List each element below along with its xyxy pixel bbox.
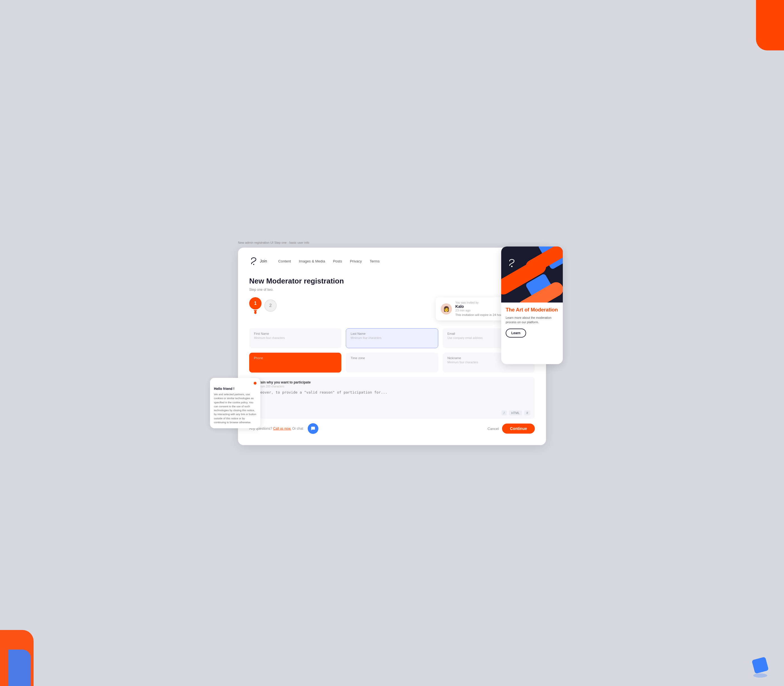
right-card-logo	[507, 258, 517, 269]
first-name-input[interactable]	[254, 340, 337, 344]
cookie-card: Hello friend ! We and selected partners,…	[210, 378, 261, 428]
first-name-field: First Name Minimum four characters	[249, 328, 341, 348]
toolbar-hash-btn[interactable]: #	[524, 410, 530, 415]
form-row-1: First Name Minimum four characters Last …	[249, 328, 535, 348]
step-label: Step one of two.	[249, 287, 535, 292]
svg-point-1	[511, 266, 513, 267]
inv-time: 23 min ago	[455, 309, 504, 312]
right-card-desc: Learn more about the moderation process …	[506, 315, 558, 325]
or-chat-text: Or chat	[292, 426, 303, 431]
first-name-label: First Name	[254, 332, 337, 335]
timezone-input[interactable]	[350, 361, 433, 366]
phone-input[interactable]	[254, 364, 337, 369]
first-name-hint: Minimum four characters	[254, 336, 337, 340]
toolbar-slash-btn[interactable]: /	[502, 410, 507, 415]
textarea-input[interactable]	[254, 390, 530, 407]
cookie-title: Hello friend !	[214, 387, 256, 391]
blue-cube	[751, 657, 769, 674]
cube-shadow	[753, 673, 767, 678]
page-wrapper: New admin registration UI Step one - bas…	[238, 241, 546, 445]
timezone-label: Time zone	[350, 356, 433, 360]
logo-text: Join	[260, 259, 267, 263]
steps-row: 1 2 👩 You was invited by Kalo 23 min ago…	[249, 297, 535, 320]
navbar: Join Content Images & Media Posts Privac…	[249, 256, 535, 266]
textarea-label: Explain why you want to participate	[254, 381, 530, 384]
inv-info: You was invited by Kalo 23 min ago This …	[455, 301, 504, 317]
last-name-label: Last Name	[350, 332, 433, 335]
step-2[interactable]: 2	[264, 299, 277, 312]
call-link[interactable]: Call us now.	[273, 426, 291, 431]
last-name-hint: Minimum four characters	[350, 336, 433, 340]
timezone-field: Time zone	[346, 353, 438, 372]
nav-terms[interactable]: Terms	[370, 259, 380, 263]
toolbar-html-btn[interactable]: HTML	[509, 410, 522, 415]
inv-invited-by-label: You was invited by	[455, 301, 504, 304]
nickname-input[interactable]	[447, 364, 530, 369]
logo-area: Join	[249, 256, 267, 266]
cancel-button[interactable]: Cancel	[487, 426, 499, 431]
form-row-2: Phone Required field cannot be empty. Ti…	[249, 353, 535, 372]
phone-error: Required field cannot be empty.	[254, 361, 337, 364]
chat-icon	[311, 426, 316, 431]
steps-indicators: 1 2	[249, 297, 277, 314]
bottom-actions: Any questions? Call us now. Or chat Canc…	[249, 423, 535, 434]
page-note: New admin registration UI Step one - bas…	[238, 241, 546, 244]
nav-content[interactable]: Content	[278, 259, 291, 263]
right-card: The Art of Moderation Learn more about t…	[501, 247, 563, 364]
cookie-dot	[254, 382, 256, 385]
deco-blue-blob	[8, 650, 31, 686]
learn-button[interactable]: Learn	[506, 328, 526, 338]
inv-name: Kalo	[455, 304, 504, 309]
step-1-wrapper: 1	[249, 297, 261, 314]
nav-posts[interactable]: Posts	[333, 259, 342, 263]
right-card-content: The Art of Moderation Learn more about t…	[501, 302, 563, 342]
svg-point-0	[253, 264, 254, 265]
logo-icon	[249, 256, 258, 266]
page-title: New Moderator registration	[249, 277, 535, 286]
last-name-input[interactable]	[350, 340, 433, 344]
textarea-toolbar: / HTML #	[502, 410, 530, 415]
textarea-section: Explain why you want to participate Mini…	[249, 377, 535, 419]
nav-images-media[interactable]: Images & Media	[299, 259, 325, 263]
cookie-text: We and selected partners, use cookies or…	[214, 392, 256, 425]
inv-avatar: 👩	[441, 303, 452, 315]
nav-privacy[interactable]: Privacy	[350, 259, 362, 263]
textarea-footer: 0 / HTML #	[254, 410, 530, 415]
right-card-visual	[501, 247, 563, 302]
step-1[interactable]: 1	[249, 297, 261, 310]
continue-button[interactable]: Continue	[502, 423, 535, 434]
right-card-title: The Art of Moderation	[506, 307, 558, 313]
deco-cube-blue	[753, 658, 767, 678]
last-name-field: Last Name Minimum four characters	[346, 328, 438, 348]
main-card: Join Content Images & Media Posts Privac…	[238, 248, 546, 445]
deco-orange-top	[756, 0, 784, 51]
phone-field: Phone Required field cannot be empty.	[249, 353, 341, 372]
phone-label: Phone	[254, 356, 337, 360]
inv-expire: This invitation will expire in 24 hour.	[455, 313, 504, 317]
textarea-hint: Minimum 200 characters	[254, 385, 530, 388]
action-buttons: Cancel Continue	[487, 423, 535, 434]
chat-button[interactable]	[308, 423, 318, 434]
